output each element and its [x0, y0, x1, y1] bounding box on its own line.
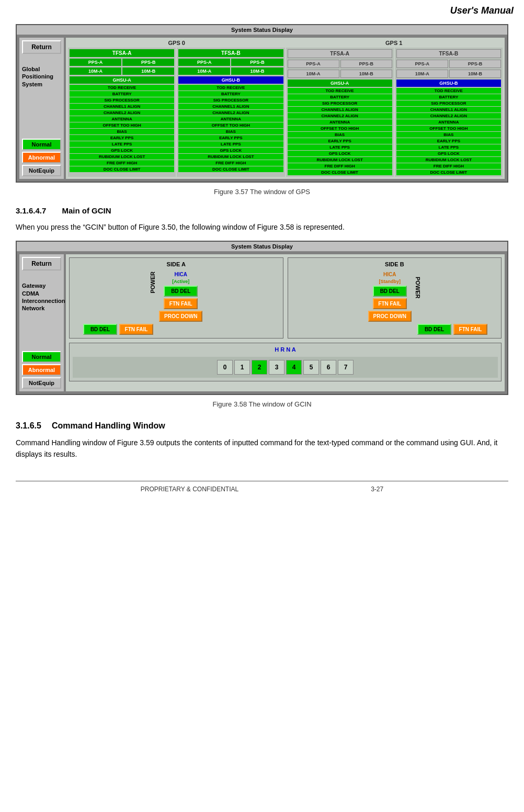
10m-a-3[interactable]: 10M-A [396, 70, 448, 78]
gps-sidebar-label: Global Positioning System [22, 65, 61, 88]
gps-col0-header: TFSA-A [70, 49, 174, 57]
si-off-0: OFFSET TOO HIGH [70, 122, 174, 128]
gcin-side-a: SIDE A POWER HICA [Active] BD DEL FTN FA… [69, 257, 283, 339]
si-ch1-2: CHANNEL1 ALIGN [288, 107, 392, 112]
gcin-main-area: SIDE A POWER HICA [Active] BD DEL FTN FA… [66, 254, 505, 391]
gcin-window-title: System Status Display [17, 242, 507, 252]
side-a-label: SIDE A [73, 261, 280, 267]
si-ant-0: ANTENNA [70, 116, 174, 122]
si-bat-1: BATTERY [178, 91, 283, 97]
si-rub-3: RUBIDIUM LOCK LOST [396, 157, 501, 163]
si-ch1-1: CHANNEL1 ALIGN [178, 104, 283, 109]
gps-return-button[interactable]: Return [22, 40, 61, 54]
hrna-section: H R N A 0 1 2 3 4 5 6 7 [69, 343, 502, 381]
gps-col3-header: TFSA-B [396, 49, 501, 58]
si-ant-2: ANTENNA [288, 119, 392, 125]
bd-del-b-standby[interactable]: BD DEL [373, 286, 407, 297]
ftn-fail-a-left[interactable]: FTN FAIL [119, 324, 153, 335]
section-3165-number: 3.1.6.5 [16, 421, 41, 431]
figure58-caption: Figure 3.58 The window of GCIN [16, 400, 508, 408]
si-bat-0: BATTERY [70, 91, 174, 97]
pps-b-2[interactable]: PPS-B [340, 60, 392, 68]
si-tod-2: TOD RECEIVE [288, 88, 392, 94]
si-bias-0: BIAS [70, 129, 174, 134]
si-late-1: LATE PPS [178, 141, 283, 147]
section-3164-number: 3.1.6.4.7 [16, 206, 46, 215]
si-off-1: OFFSET TOO HIGH [178, 122, 283, 128]
si-gps-2: GPS LOCK [288, 151, 392, 156]
power-label-b: POWER [415, 272, 421, 299]
gps-panels-area: GPS 0 GPS 1 TFSA-A PPS-A PPS-B 10M-A [66, 38, 505, 179]
gps0-header: GPS 0 [68, 40, 286, 46]
pps-a-2[interactable]: PPS-A [288, 60, 339, 68]
power-label-a: POWER [150, 272, 156, 299]
bd-del-a-left[interactable]: BD DEL [83, 324, 117, 335]
section-3165-body: Command Handling window of Figure 3.59 o… [16, 437, 508, 460]
gcin-sidebar: Return Gateway CDMA Interconnection Netw… [19, 254, 64, 391]
ftn-fail-b-standby[interactable]: FTN FAIL [373, 298, 407, 309]
si-fre-0: FRE DIFF HIGH [70, 160, 174, 166]
section-3165-title: Command Handling Window [52, 421, 165, 431]
page-header: User's Manual [0, 0, 524, 19]
bd-del-a-active[interactable]: BD DEL [164, 286, 198, 297]
hica-standby-title: HICA [383, 272, 396, 277]
pps-b-1[interactable]: PPS-B [231, 59, 283, 66]
10m-b-1[interactable]: 10M-B [231, 67, 283, 75]
si-ch1-3: CHANNEL1 ALIGN [396, 107, 501, 112]
10m-a-0[interactable]: 10M-A [70, 67, 121, 75]
si-doc-0: DOC CLOSE LIMIT [70, 166, 174, 172]
gps-col-2: TFSA-A PPS-A PPS-B 10M-A 10M-B GHSU-A TO… [286, 48, 394, 177]
si-rub-2: RUBIDIUM LOCK LOST [288, 157, 392, 163]
pps-a-3[interactable]: PPS-A [396, 60, 448, 68]
si-ch2-0: CHANNEL2 ALIGN [70, 110, 174, 116]
hrna-num-1[interactable]: 1 [234, 360, 250, 375]
page-footer: PROPRIETARY & CONFIDENTIAL 3-27 [0, 481, 524, 503]
hrna-num-4[interactable]: 4 [286, 360, 302, 375]
hrna-num-0[interactable]: 0 [217, 360, 233, 375]
hrna-numbers-row: 0 1 2 3 4 5 6 7 [73, 357, 498, 378]
10m-a-2[interactable]: 10M-A [288, 70, 339, 78]
si-ch2-3: CHANNEL2 ALIGN [396, 113, 501, 119]
hica-standby-sub: [Standby] [379, 279, 401, 284]
si-ant-3: ANTENNA [396, 119, 501, 125]
si-tod-1: TOD RECEIVE [178, 85, 283, 91]
ftn-fail-a-active[interactable]: FTN FAIL [164, 298, 198, 309]
si-gps-0: GPS LOCK [70, 148, 174, 153]
proc-down-a[interactable]: PROC DOWN [159, 311, 202, 322]
bd-del-b-right[interactable]: BD DEL [417, 324, 451, 335]
gps-window-title: System Status Display [17, 25, 507, 35]
gps-status-normal[interactable]: Normal [22, 139, 61, 150]
10m-a-1[interactable]: 10M-A [178, 67, 230, 75]
gcin-status-normal[interactable]: Normal [22, 351, 61, 363]
pps-a-0[interactable]: PPS-A [70, 59, 121, 66]
gcin-status-notequip[interactable]: NotEquip [22, 377, 61, 389]
pps-a-1[interactable]: PPS-A [178, 59, 230, 66]
si-sig-1: SIG PROCESSOR [178, 97, 283, 103]
si-bat-3: BATTERY [396, 94, 501, 100]
gcin-return-button[interactable]: Return [22, 257, 61, 270]
hrna-num-2[interactable]: 2 [252, 360, 267, 375]
si-gps-3: GPS LOCK [396, 151, 501, 156]
gps-status-abnormal[interactable]: Abnormal [22, 152, 61, 163]
gcin-status-abnormal[interactable]: Abnormal [22, 364, 61, 376]
gps-col-1: TFSA-B PPS-A PPS-B 10M-A 10M-B GHSU-B TO… [177, 48, 284, 177]
si-doc-3: DOC CLOSE LIMIT [396, 170, 501, 175]
pps-b-3[interactable]: PPS-B [449, 60, 501, 68]
hrna-num-7[interactable]: 7 [338, 360, 354, 375]
si-early-3: EARLY PPS [396, 138, 501, 144]
hrna-num-3[interactable]: 3 [269, 360, 284, 375]
hica-standby-section: HICA [Standby] BD DEL FTN FAIL PROC DOWN [368, 272, 412, 322]
ftn-fail-b-right[interactable]: FTN FAIL [453, 324, 487, 335]
hrna-num-6[interactable]: 6 [321, 360, 336, 375]
hrna-num-5[interactable]: 5 [303, 360, 319, 375]
10m-b-0[interactable]: 10M-B [122, 67, 174, 75]
pps-b-0[interactable]: PPS-B [122, 59, 174, 66]
10m-b-2[interactable]: 10M-B [340, 70, 392, 78]
gps-status-notequip[interactable]: NotEquip [22, 165, 61, 176]
gcin-sidebar-label: Gateway CDMA Interconnection Network [22, 282, 61, 312]
10m-b-3[interactable]: 10M-B [449, 70, 501, 78]
si-fre-3: FRE DIFF HIGH [396, 163, 501, 169]
section-3164-body: When you press the “GCIN” button of Figu… [16, 221, 508, 233]
si-sig-2: SIG PROCESSOR [288, 100, 392, 106]
proc-down-b[interactable]: PROC DOWN [368, 311, 412, 322]
